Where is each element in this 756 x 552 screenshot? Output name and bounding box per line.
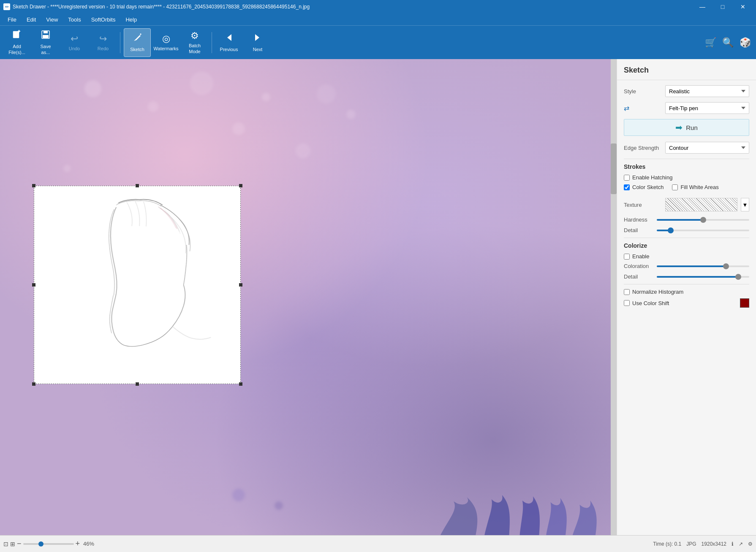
colorize-enable-label[interactable]: Enable (632, 253, 649, 260)
presets-select[interactable]: Felt-Tip pen Pencil Charcoal Ballpoint (665, 102, 749, 114)
canvas-scrollbar[interactable] (611, 59, 617, 535)
title-bar: ✏ Sketch Drawer - ****Unregistered versi… (0, 0, 756, 14)
enable-hatching-label[interactable]: Enable Hatching (632, 174, 672, 181)
run-button[interactable]: ➡ Run (624, 119, 749, 136)
color-shift-checkbox[interactable] (624, 300, 630, 306)
add-files-button[interactable]: AddFile(s)... (3, 28, 30, 57)
share-icon[interactable]: ↗ (739, 541, 743, 547)
menu-softorbits[interactable]: SoftOrbits (87, 16, 120, 24)
hardness-thumb[interactable] (700, 217, 706, 223)
close-button[interactable]: ✕ (733, 0, 753, 14)
batch-mode-label: BatchMode (189, 43, 201, 54)
watermarks-icon: ◎ (162, 33, 170, 44)
coloration-thumb[interactable] (723, 263, 729, 269)
next-button[interactable]: Next (244, 28, 271, 57)
zoom-slider[interactable] (23, 543, 74, 545)
color-sketch-row: Color Sketch Fill White Areas (624, 184, 749, 194)
normalize-histogram-label[interactable]: Normalize Histogram (632, 289, 683, 295)
texture-dropdown[interactable]: ▼ (741, 198, 749, 211)
window-controls[interactable]: — □ ✕ (693, 0, 753, 14)
color-sketch-label[interactable]: Color Sketch (632, 184, 664, 190)
fill-white-checkbox[interactable] (672, 184, 678, 190)
canvas-area[interactable] (0, 59, 617, 535)
colorize-detail-thumb[interactable] (735, 274, 741, 280)
colorize-detail-slider[interactable] (657, 276, 749, 278)
settings-icon[interactable]: ⚙ (748, 541, 753, 547)
strokes-title: Strokes (624, 163, 749, 170)
status-zoom: ⊡ ⊞ − + 46% (3, 539, 94, 548)
menu-bar: File Edit View Tools SoftOrbits Help (0, 14, 756, 25)
toolbar-right-icons: 🛒 🔍 🎲 (703, 35, 753, 50)
detail-thumb[interactable] (668, 227, 674, 233)
status-bar: ⊡ ⊞ − + 46% Time (s): 0.1 JPG 1920x3412 … (0, 535, 756, 552)
canvas-scrollbar-thumb[interactable] (611, 143, 617, 194)
redo-button[interactable]: ↪ Redo (90, 28, 117, 57)
coloration-slider[interactable] (657, 265, 749, 267)
texture-row: Texture ▼ (624, 198, 749, 211)
search-icon[interactable]: 🔍 (721, 35, 735, 50)
svg-marker-7 (255, 34, 259, 41)
cart-icon[interactable]: 🛒 (703, 35, 718, 50)
zoom-fit-icon[interactable]: ⊡ (3, 541, 8, 547)
sketch-icon (132, 32, 142, 45)
menu-file[interactable]: File (3, 16, 21, 24)
run-label: Run (686, 124, 698, 131)
style-label: Style (624, 88, 662, 95)
style-row: Style Realistic Artistic Comic Pencil (624, 85, 749, 97)
sketch-drawing (34, 186, 240, 384)
dice-icon[interactable]: 🎲 (738, 35, 753, 50)
minimize-button[interactable]: — (693, 0, 712, 14)
presets-label: ⇄ (624, 104, 662, 112)
fill-white-checkbox-row: Fill White Areas (672, 184, 718, 190)
app-icon: ✏ (3, 3, 10, 10)
menu-help[interactable]: Help (121, 16, 141, 24)
presets-row: ⇄ Felt-Tip pen Pencil Charcoal Ballpoint (624, 102, 749, 114)
watermarks-label: Watermarks (154, 46, 179, 51)
sketch-button[interactable]: Sketch (124, 28, 151, 57)
zoom-actual-icon[interactable]: ⊞ (10, 541, 15, 547)
color-shift-label[interactable]: Use Color Shift (632, 300, 669, 306)
zoom-minus-button[interactable]: − (17, 539, 22, 548)
hardness-row: Hardness (624, 216, 749, 223)
batch-mode-button[interactable]: ⚙ BatchMode (181, 28, 208, 57)
color-shift-row: Use Color Shift (624, 298, 749, 308)
colorize-enable-checkbox[interactable] (624, 254, 630, 260)
zoom-thumb[interactable] (38, 541, 44, 547)
menu-view[interactable]: View (42, 16, 62, 24)
main-area: Sketch Style Realistic Artistic Comic Pe… (0, 59, 756, 535)
menu-edit[interactable]: Edit (22, 16, 40, 24)
sketch-label: Sketch (130, 47, 144, 52)
color-sketch-checkbox[interactable] (624, 184, 630, 190)
fill-white-label[interactable]: Fill White Areas (680, 184, 718, 190)
undo-button[interactable]: ↩ Undo (61, 28, 88, 57)
detail-slider[interactable] (657, 230, 749, 231)
edge-strength-label: Edge Strength (624, 145, 662, 151)
watermarks-button[interactable]: ◎ Watermarks (152, 28, 179, 57)
edge-strength-select[interactable]: Contour Normal Strong Weak (665, 142, 749, 154)
colorize-divider (624, 238, 749, 238)
svg-rect-0 (13, 31, 19, 38)
next-label: Next (253, 47, 263, 52)
hardness-slider[interactable] (657, 219, 749, 221)
texture-label: Texture (624, 202, 662, 208)
colorize-detail-fill (657, 276, 738, 278)
zoom-value: 46% (83, 541, 94, 547)
style-select[interactable]: Realistic Artistic Comic Pencil (665, 85, 749, 97)
detail-label: Detail (624, 227, 653, 233)
colorize-title: Colorize (624, 242, 749, 249)
save-as-button[interactable]: Saveas... (32, 28, 59, 57)
colorize-enable-row: Enable (624, 253, 749, 260)
enable-hatching-row: Enable Hatching (624, 174, 749, 181)
info-icon[interactable]: ℹ (732, 541, 734, 547)
color-shift-swatch[interactable] (740, 298, 749, 308)
enable-hatching-checkbox[interactable] (624, 175, 630, 181)
zoom-plus-button[interactable]: + (76, 539, 80, 548)
menu-tools[interactable]: Tools (64, 16, 85, 24)
normalize-histogram-checkbox[interactable] (624, 289, 630, 295)
maximize-button[interactable]: □ (713, 0, 732, 14)
texture-preview[interactable] (665, 198, 737, 211)
hardness-label: Hardness (624, 216, 653, 223)
previous-button[interactable]: Previous (215, 28, 242, 57)
add-files-icon (12, 30, 22, 42)
next-icon (253, 32, 263, 45)
